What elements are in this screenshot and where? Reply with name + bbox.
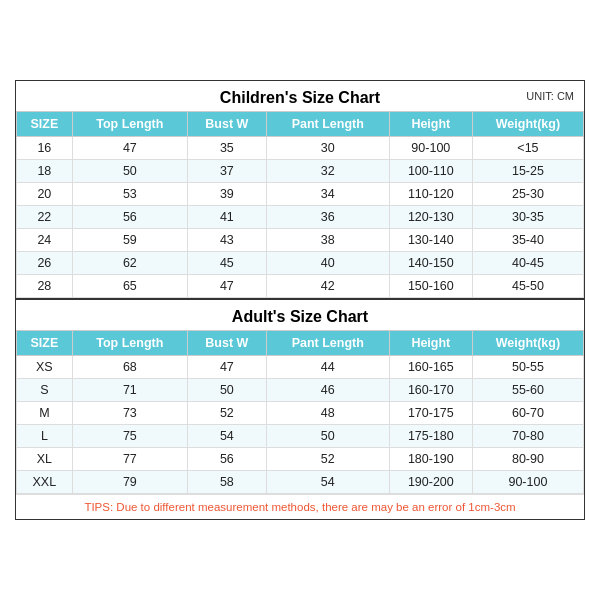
adult-title-text: Adult's Size Chart [232, 308, 368, 325]
table-row: 20533934110-12025-30 [17, 183, 584, 206]
adult-size-table: SIZETop LengthBust WPant LengthHeightWei… [16, 330, 584, 494]
table-cell: <15 [472, 137, 583, 160]
table-cell: 75 [72, 425, 187, 448]
table-cell: 34 [266, 183, 389, 206]
table-cell: 170-175 [389, 402, 472, 425]
table-cell: 130-140 [389, 229, 472, 252]
table-cell: 45-50 [472, 275, 583, 298]
table-cell: S [17, 379, 73, 402]
table-row: 26624540140-15040-45 [17, 252, 584, 275]
table-cell: 18 [17, 160, 73, 183]
table-cell: 44 [266, 356, 389, 379]
table-cell: 39 [187, 183, 266, 206]
adult-header-cell: Weight(kg) [472, 331, 583, 356]
table-cell: 43 [187, 229, 266, 252]
table-cell: 180-190 [389, 448, 472, 471]
table-cell: 140-150 [389, 252, 472, 275]
table-cell: 53 [72, 183, 187, 206]
children-header-row: SIZETop LengthBust WPant LengthHeightWei… [17, 112, 584, 137]
table-cell: 56 [72, 206, 187, 229]
table-cell: 20 [17, 183, 73, 206]
table-cell: 190-200 [389, 471, 472, 494]
table-cell: 70-80 [472, 425, 583, 448]
table-cell: 175-180 [389, 425, 472, 448]
table-cell: L [17, 425, 73, 448]
children-header-cell: Pant Length [266, 112, 389, 137]
table-cell: 56 [187, 448, 266, 471]
table-cell: 79 [72, 471, 187, 494]
table-row: M735248170-17560-70 [17, 402, 584, 425]
table-cell: 60-70 [472, 402, 583, 425]
adult-header-cell: Pant Length [266, 331, 389, 356]
adult-header-cell: Height [389, 331, 472, 356]
table-cell: 150-160 [389, 275, 472, 298]
table-row: L755450175-18070-80 [17, 425, 584, 448]
table-cell: 47 [72, 137, 187, 160]
table-cell: 40 [266, 252, 389, 275]
table-cell: M [17, 402, 73, 425]
table-cell: 24 [17, 229, 73, 252]
table-cell: 42 [266, 275, 389, 298]
table-cell: XXL [17, 471, 73, 494]
table-cell: 160-165 [389, 356, 472, 379]
table-cell: 54 [187, 425, 266, 448]
table-cell: 30-35 [472, 206, 583, 229]
table-cell: 48 [266, 402, 389, 425]
children-header-cell: Top Length [72, 112, 187, 137]
table-cell: 28 [17, 275, 73, 298]
table-row: 24594338130-14035-40 [17, 229, 584, 252]
table-cell: 73 [72, 402, 187, 425]
table-cell: 54 [266, 471, 389, 494]
size-chart-container: Children's Size Chart UNIT: CM SIZETop L… [15, 80, 585, 520]
table-cell: 90-100 [389, 137, 472, 160]
table-cell: 25-30 [472, 183, 583, 206]
table-cell: 38 [266, 229, 389, 252]
table-cell: 32 [266, 160, 389, 183]
table-cell: 80-90 [472, 448, 583, 471]
table-row: 22564136120-13030-35 [17, 206, 584, 229]
table-cell: 30 [266, 137, 389, 160]
children-title-text: Children's Size Chart [220, 89, 380, 106]
table-row: XXL795854190-20090-100 [17, 471, 584, 494]
table-cell: 22 [17, 206, 73, 229]
table-cell: 55-60 [472, 379, 583, 402]
children-size-table: SIZETop LengthBust WPant LengthHeightWei… [16, 111, 584, 298]
table-cell: 52 [266, 448, 389, 471]
table-cell: 62 [72, 252, 187, 275]
table-cell: 15-25 [472, 160, 583, 183]
table-cell: 58 [187, 471, 266, 494]
unit-label: UNIT: CM [526, 90, 574, 102]
children-header-cell: Height [389, 112, 472, 137]
adult-section-title: Adult's Size Chart [16, 298, 584, 330]
table-cell: 50 [266, 425, 389, 448]
table-row: XS684744160-16550-55 [17, 356, 584, 379]
adult-header-cell: Top Length [72, 331, 187, 356]
table-cell: 47 [187, 275, 266, 298]
children-header-cell: Bust W [187, 112, 266, 137]
table-cell: 160-170 [389, 379, 472, 402]
table-row: 1647353090-100<15 [17, 137, 584, 160]
table-cell: 16 [17, 137, 73, 160]
table-cell: 52 [187, 402, 266, 425]
table-row: XL775652180-19080-90 [17, 448, 584, 471]
table-cell: 65 [72, 275, 187, 298]
table-cell: XS [17, 356, 73, 379]
table-row: S715046160-17055-60 [17, 379, 584, 402]
table-cell: XL [17, 448, 73, 471]
adult-header-cell: SIZE [17, 331, 73, 356]
children-section-title: Children's Size Chart UNIT: CM [16, 81, 584, 111]
tips-text: TIPS: Due to different measurement metho… [16, 494, 584, 519]
table-cell: 120-130 [389, 206, 472, 229]
table-cell: 90-100 [472, 471, 583, 494]
table-cell: 77 [72, 448, 187, 471]
table-row: 28654742150-16045-50 [17, 275, 584, 298]
table-cell: 35-40 [472, 229, 583, 252]
children-header-cell: Weight(kg) [472, 112, 583, 137]
table-cell: 35 [187, 137, 266, 160]
table-cell: 41 [187, 206, 266, 229]
table-cell: 100-110 [389, 160, 472, 183]
table-row: 18503732100-11015-25 [17, 160, 584, 183]
table-cell: 26 [17, 252, 73, 275]
table-cell: 50-55 [472, 356, 583, 379]
table-cell: 50 [187, 379, 266, 402]
